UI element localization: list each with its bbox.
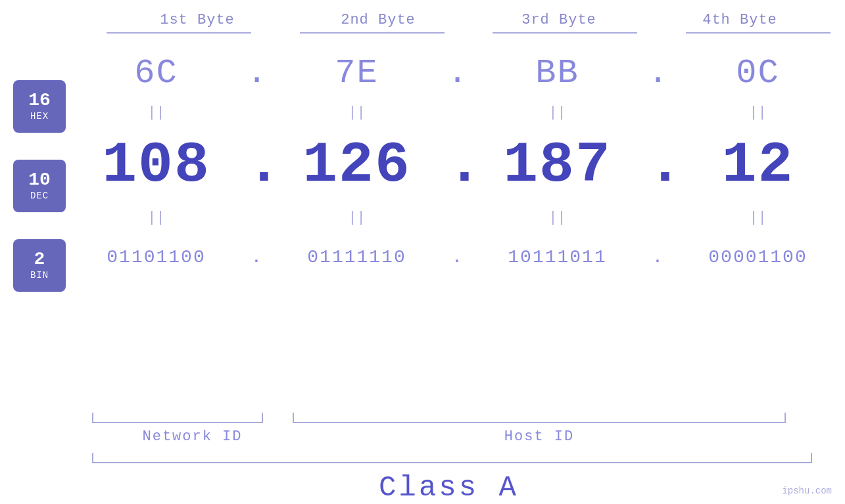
- host-bracket-line: [293, 413, 786, 423]
- bin-value-4: 00001100: [708, 247, 807, 267]
- bin-cell-1: 01101100: [66, 247, 247, 267]
- network-id-bracket: [92, 413, 293, 423]
- watermark: ipshu.com: [782, 486, 832, 496]
- bin-value-3: 10111011: [508, 247, 606, 267]
- dec-row: 108 . 126 . 187 . 12: [66, 126, 845, 204]
- dec-value-3: 187: [503, 133, 611, 198]
- bin-value-2: 01111110: [307, 247, 406, 267]
- top-bracket-line-2: [300, 32, 445, 34]
- equals-2-c3: ||: [467, 210, 648, 226]
- equals-1-c4: ||: [667, 104, 845, 121]
- bin-dot-3: .: [648, 247, 667, 267]
- equals-1-c2: ||: [266, 104, 447, 121]
- byte-header-4: 4th Byte: [650, 12, 831, 28]
- byte-header-2: 2nd Byte: [288, 12, 469, 28]
- bottom-section: Network ID Host ID: [0, 403, 845, 445]
- equals-1-c3: ||: [467, 104, 648, 121]
- hex-value-4: 0C: [736, 54, 779, 93]
- hex-badge-label: HEX: [30, 111, 49, 122]
- hex-badge: 16 HEX: [13, 80, 66, 133]
- bin-dot-1: .: [247, 247, 266, 267]
- top-bracket-line-4: [686, 32, 831, 34]
- equals-1-c1: ||: [66, 104, 247, 121]
- byte-headers: 1st Byte 2nd Byte 3rd Byte 4th Byte: [0, 12, 845, 28]
- hex-value-3: BB: [535, 54, 579, 93]
- bin-badge-label: BIN: [30, 270, 49, 281]
- dec-value-4: 12: [722, 133, 794, 198]
- bin-badge-number: 2: [34, 250, 45, 270]
- dec-value-1: 108: [102, 133, 210, 198]
- main-container: 1st Byte 2nd Byte 3rd Byte 4th Byte 16 H…: [0, 0, 845, 504]
- dec-value-2: 126: [302, 133, 410, 198]
- dec-dot-2: .: [447, 133, 467, 198]
- top-bracket-line-3: [493, 32, 637, 34]
- content-area: 16 HEX 10 DEC 2 BIN 6C .: [0, 40, 845, 397]
- bin-cell-3: 10111011: [467, 247, 648, 267]
- dec-cell-4: 12: [667, 133, 845, 198]
- equals-2-c1: ||: [66, 210, 247, 226]
- bin-dot-2: .: [447, 247, 467, 267]
- dec-dot-3: .: [648, 133, 667, 198]
- bracket-cell-1: [92, 32, 266, 34]
- data-column: 6C . 7E . BB . 0C: [66, 40, 845, 397]
- host-id-label: Host ID: [293, 428, 786, 445]
- bracket-cell-4: [671, 32, 845, 34]
- equals-2-c4: ||: [667, 210, 845, 226]
- hex-badge-number: 16: [28, 91, 51, 111]
- top-brackets: [0, 32, 845, 34]
- overall-bracket-line: [92, 453, 812, 463]
- hex-cell-4: 0C: [667, 54, 845, 93]
- dec-cell-3: 187: [467, 133, 648, 198]
- bin-row: 01101100 . 01111110 . 10111011 .: [66, 231, 845, 283]
- dec-badge: 10 DEC: [13, 160, 66, 212]
- byte-header-1: 1st Byte: [107, 12, 288, 28]
- network-bracket-line: [92, 413, 263, 423]
- hex-dot-3: .: [648, 54, 667, 93]
- dec-cell-2: 126: [266, 133, 447, 198]
- hex-row: 6C . 7E . BB . 0C: [66, 47, 845, 99]
- bottom-brackets-row: [92, 403, 845, 423]
- bin-cell-2: 01111110: [266, 247, 447, 267]
- network-id-label: Network ID: [92, 428, 293, 445]
- dec-cell-1: 108: [66, 133, 247, 198]
- hex-cell-3: BB: [467, 54, 648, 93]
- bin-badge: 2 BIN: [13, 239, 66, 292]
- class-row: Class A: [0, 471, 845, 504]
- bin-cell-4: 00001100: [667, 247, 845, 267]
- hex-dot-2: .: [447, 54, 467, 93]
- equals-2-c2: ||: [266, 210, 447, 226]
- dec-badge-label: DEC: [30, 191, 49, 201]
- hex-value-2: 7E: [335, 54, 378, 93]
- hex-cell-1: 6C: [66, 54, 247, 93]
- host-id-bracket: [293, 413, 845, 423]
- overall-bracket-row: [0, 453, 845, 463]
- class-label: Class A: [219, 471, 679, 504]
- badges-column: 16 HEX 10 DEC 2 BIN: [13, 40, 66, 397]
- equals-row-1: || || || ||: [66, 99, 845, 126]
- byte-header-3: 3rd Byte: [469, 12, 650, 28]
- dec-dot-1: .: [247, 133, 266, 198]
- dec-badge-number: 10: [28, 170, 51, 191]
- top-bracket-line-1: [107, 32, 251, 34]
- hex-dot-1: .: [247, 54, 266, 93]
- hex-value-1: 6C: [134, 54, 178, 93]
- equals-row-2: || || || ||: [66, 204, 845, 231]
- hex-cell-2: 7E: [266, 54, 447, 93]
- bin-value-1: 01101100: [107, 247, 205, 267]
- labels-row: Network ID Host ID: [92, 428, 845, 445]
- bracket-cell-3: [478, 32, 652, 34]
- bracket-cell-2: [285, 32, 459, 34]
